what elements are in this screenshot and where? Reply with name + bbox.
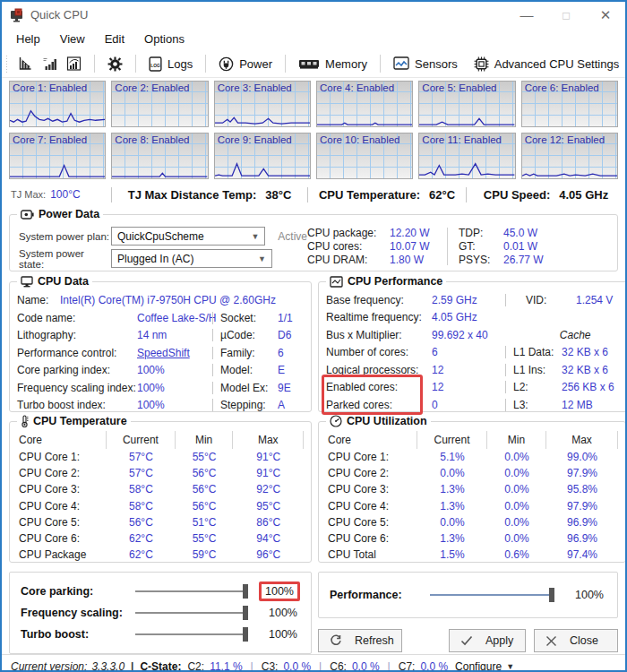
cstate-value: 0.0 % — [283, 660, 311, 672]
turbo-boost-slider[interactable] — [135, 633, 248, 635]
slider-label: Core parking: — [21, 585, 135, 598]
slider-handle[interactable] — [243, 606, 248, 620]
turbo-boost-row: Turbo boost:100% — [21, 624, 300, 645]
separator — [505, 399, 506, 411]
advanced-cpu-settings-button[interactable]: Advanced CPU Settings — [469, 56, 623, 72]
power-plan-controls: System power plan: QuickCpuScheme ▼ Acti… — [19, 225, 307, 267]
column-header: Current — [107, 431, 176, 449]
core-graph-4[interactable]: Core 4: Enabled — [316, 81, 413, 127]
table-row: CPU Core 2:0.0%0.0%97.9% — [326, 465, 618, 481]
chart-view-3-button[interactable] — [62, 56, 86, 71]
apply-button[interactable]: Apply — [449, 629, 526, 652]
toolbar-separator — [135, 55, 136, 73]
core-graph-1[interactable]: Core 1: Enabled — [9, 81, 106, 127]
sensors-label: Sensors — [415, 57, 458, 71]
toolbar-grip[interactable] — [5, 55, 9, 73]
chart-view-2-button[interactable] — [38, 56, 62, 71]
sensors-button[interactable]: Sensors — [389, 56, 462, 71]
cell-value: 57°C — [107, 451, 176, 463]
core-graph-11[interactable]: Core 11: Enabled — [418, 133, 515, 179]
core-usage-sparkline — [215, 82, 310, 126]
power-button[interactable]: Power — [214, 56, 277, 72]
core-graph-7[interactable]: Core 7: Enabled — [9, 133, 106, 179]
cpu-performance-legend: CPU Performance — [326, 275, 446, 288]
cpu-speed-label: CPU Speed: — [484, 188, 550, 202]
speedshift-link[interactable]: SpeedShift — [137, 347, 205, 359]
menu-item-options[interactable]: Options — [134, 32, 194, 46]
data-value: 100% — [137, 364, 205, 376]
close-window-button[interactable]: ✕ — [586, 2, 625, 28]
cell-value: 0.6% — [487, 548, 546, 561]
cell-value: 1.3% — [417, 532, 487, 545]
toolbar-separator — [380, 55, 381, 73]
status-bar: Current version: 3.3.3.0 | C-State: C2:1… — [2, 654, 625, 672]
check-icon — [460, 635, 473, 646]
perf-label: Parked cores: — [326, 399, 432, 411]
metric-label: GT: — [459, 240, 503, 253]
core-graph-5[interactable]: Core 5: Enabled — [418, 81, 515, 127]
row-label: CPU Package — [17, 548, 107, 561]
slider-handle[interactable] — [243, 627, 248, 642]
core-graph-6[interactable]: Core 6: Enabled — [521, 81, 618, 127]
memory-button[interactable]: Memory — [294, 57, 372, 71]
cpu-utilization-title: CPU Utilization — [347, 415, 427, 427]
logs-button[interactable]: LOG Logs — [144, 56, 197, 72]
toolbar-separator — [205, 55, 206, 73]
core-graph-2[interactable]: Core 2: Enabled — [111, 81, 208, 127]
window-controls: — ◻ ✕ — [507, 2, 625, 28]
menu-item-edit[interactable]: Edit — [95, 32, 134, 46]
core-parking-slider[interactable] — [135, 590, 248, 592]
power-state-select[interactable]: Plugged In (AC) ▼ — [111, 249, 272, 268]
core-graph-3[interactable]: Core 3: Enabled — [214, 81, 311, 127]
core-graphs-grid: Core 1: EnabledCore 2: EnabledCore 3: En… — [2, 78, 625, 181]
chart-view-1-button[interactable] — [13, 56, 38, 71]
temperature-table-rows: CPU Core 1:57°C55°C91°CCPU Core 2:57°C56… — [17, 449, 304, 563]
configure-menu[interactable]: Configure ▼ — [455, 660, 514, 672]
core-graph-8[interactable]: Core 8: Enabled — [111, 133, 208, 179]
core-usage-sparkline — [317, 134, 412, 178]
refresh-button[interactable]: Refresh — [318, 629, 402, 652]
frequency-scaling-row: Frequency scaling:100% — [21, 602, 300, 624]
data-label: Turbo boost index: — [17, 399, 137, 411]
maximize-button[interactable]: ◻ — [546, 2, 586, 28]
cell-value: 96.9% — [546, 532, 618, 545]
menu-item-view[interactable]: View — [50, 32, 95, 46]
cpu-data-row: Turbo boost index:100%Stepping:A — [17, 397, 304, 415]
cell-value: 0.0% — [487, 451, 546, 463]
separator — [447, 228, 448, 265]
menu-item-help[interactable]: Help — [6, 32, 50, 46]
performance-chart-icon — [330, 276, 343, 288]
row-label: CPU Core 3: — [326, 483, 417, 495]
cpu-performance-row: Number of cores:6 — [326, 344, 498, 362]
power-metric-row: PSYS:26.77 W — [459, 254, 544, 267]
core-graph-9[interactable]: Core 9: Enabled — [214, 133, 311, 179]
settings-gear-button[interactable] — [103, 56, 127, 72]
frequency-scaling-slider[interactable] — [135, 612, 248, 614]
cache-row: L1 Ins:32 KB x 68-way — [498, 361, 627, 379]
core-graph-12[interactable]: Core 12: Enabled — [521, 133, 618, 179]
vid-row: VID: 1.254 V — [498, 291, 627, 309]
cache-row: L2:256 KB x 64-way — [498, 379, 627, 397]
cell-value: 0.0% — [487, 483, 546, 495]
cache-row: L1 Data:32 KB x 68-way — [498, 344, 627, 362]
slider-value-text: 100% — [266, 606, 300, 620]
menu-bar: HelpViewEditOptions — [2, 28, 625, 50]
power-plan-select[interactable]: QuickCpuScheme ▼ — [111, 227, 265, 246]
cell-value: 56°C — [107, 516, 176, 529]
cache-label: L3: — [513, 399, 562, 411]
app-window: Quick CPU — ◻ ✕ HelpViewEditOptions — [0, 0, 627, 672]
data-value: 100% — [137, 399, 205, 411]
cell-value: 97.4% — [546, 548, 618, 561]
core-usage-sparkline — [112, 82, 207, 126]
core-usage-sparkline — [10, 134, 105, 178]
performance-slider-handle[interactable] — [549, 588, 554, 602]
performance-slider[interactable] — [430, 594, 554, 596]
close-button[interactable]: Close — [534, 629, 618, 652]
core-graph-10[interactable]: Core 10: Enabled — [316, 133, 413, 179]
row-label: CPU Total — [326, 548, 417, 561]
chevron-down-icon: ▼ — [251, 232, 259, 241]
power-plan-row: System power plan: QuickCpuScheme ▼ Acti… — [19, 225, 307, 247]
row-label: CPU Core 4: — [17, 500, 107, 513]
slider-handle[interactable] — [243, 584, 248, 599]
minimize-button[interactable]: — — [507, 2, 546, 28]
